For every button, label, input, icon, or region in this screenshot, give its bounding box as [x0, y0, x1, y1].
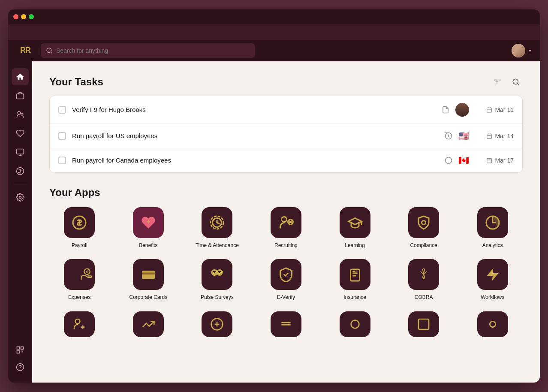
svg-rect-12 — [21, 347, 24, 350]
apps-grid-row3 — [49, 311, 523, 337]
sidebar-item-settings[interactable] — [12, 189, 29, 206]
workflows-label: Workflows — [481, 294, 504, 301]
apps-grid-row2: $ Expenses Corporate Cards — [49, 259, 523, 301]
app-card-time-attendance[interactable]: Time & Attendance — [187, 207, 247, 249]
content-area: Your Tasks Verify I-9 for Hugo — [8, 61, 540, 383]
app-card-payroll[interactable]: Payroll — [49, 207, 110, 249]
app-card-more-1[interactable] — [49, 311, 110, 337]
recruiting-icon — [271, 207, 301, 238]
sidebar-item-monitor[interactable] — [12, 144, 29, 161]
more-app-icon-7 — [477, 311, 508, 337]
sidebar-item-briefcase[interactable] — [12, 87, 29, 104]
payroll-icon — [64, 207, 95, 238]
compliance-label: Compliance — [410, 242, 437, 249]
app-card-cobra[interactable]: COBRA — [394, 259, 454, 301]
sidebar-item-dollar[interactable] — [12, 163, 29, 180]
header-right: ▾ — [512, 44, 531, 57]
benefits-icon: + — [133, 207, 164, 238]
task-date-3: Mar 17 — [475, 157, 514, 164]
app-card-more-5[interactable] — [325, 311, 385, 337]
svg-rect-5 — [17, 149, 24, 154]
more-app-icon-6 — [408, 311, 439, 337]
task-date-2: Mar 14 — [475, 133, 514, 139]
user-avatar[interactable] — [512, 44, 525, 57]
canada-flag-icon: 🇨🇦 — [458, 155, 469, 166]
app-card-more-4[interactable] — [256, 311, 316, 337]
app-card-compliance[interactable]: Compliance — [394, 207, 454, 249]
svg-rect-11 — [17, 347, 20, 350]
tasks-actions — [490, 75, 523, 89]
app-card-corporate-cards[interactable]: Corporate Cards — [118, 259, 179, 301]
task-name-3: Run payroll for Canada employees — [72, 157, 439, 164]
sidebar-item-help[interactable] — [12, 359, 29, 376]
sidebar-item-apps[interactable] — [12, 341, 29, 359]
filter-button[interactable] — [490, 75, 504, 89]
sidebar-item-heart[interactable] — [12, 125, 29, 142]
learning-icon — [340, 207, 370, 238]
task-name-2: Run payroll for US employees — [72, 132, 439, 139]
task-checkbox-3[interactable] — [58, 157, 66, 164]
svg-point-42 — [281, 217, 286, 222]
sidebar-item-people[interactable] — [12, 106, 29, 123]
compliance-icon — [408, 207, 439, 238]
app-card-pulse-surveys[interactable]: Pulse Surveys — [187, 259, 247, 301]
app-card-expenses[interactable]: $ Expenses — [49, 259, 110, 301]
svg-point-32 — [446, 157, 452, 163]
task-checkbox-1[interactable] — [58, 106, 66, 114]
task-date-1: Mar 11 — [475, 106, 514, 113]
app-card-more-2[interactable] — [118, 311, 179, 337]
app-card-more-3[interactable] — [187, 311, 247, 337]
app-card-learning[interactable]: Learning — [325, 207, 385, 249]
dollar-circle-icon-2 — [445, 157, 452, 164]
maximize-dot[interactable] — [29, 14, 34, 19]
app-card-analytics[interactable]: Analytics — [462, 207, 523, 249]
app-card-benefits[interactable]: + Benefits — [118, 207, 179, 249]
time-attendance-label: Time & Attendance — [196, 242, 239, 249]
everify-icon — [271, 259, 301, 290]
app-card-workflows[interactable]: Workflows — [462, 259, 523, 301]
close-dot[interactable] — [13, 14, 18, 19]
sidebar-divider — [13, 184, 27, 184]
corporate-cards-icon — [133, 259, 164, 290]
minimize-dot[interactable] — [21, 14, 26, 19]
svg-rect-50 — [142, 271, 155, 279]
header-bar: RR ▾ — [8, 40, 540, 61]
cobra-icon — [408, 259, 439, 290]
calendar-icon — [486, 133, 492, 139]
svg-rect-65 — [419, 319, 429, 329]
logo: RR — [17, 46, 34, 55]
document-icon — [442, 106, 449, 114]
app-card-insurance[interactable]: Insurance — [325, 259, 385, 301]
app-card-more-6[interactable] — [394, 311, 454, 337]
pulse-surveys-label: Pulse Surveys — [201, 294, 234, 301]
search-bar[interactable] — [41, 43, 255, 58]
learning-label: Learning — [345, 242, 365, 249]
search-icon — [46, 47, 53, 54]
svg-rect-21 — [487, 108, 492, 112]
search-input[interactable] — [56, 47, 250, 54]
svg-point-3 — [18, 111, 21, 114]
svg-text:$: $ — [86, 270, 88, 274]
tasks-section-header: Your Tasks — [49, 75, 523, 89]
svg-point-56 — [75, 319, 80, 324]
insurance-label: Insurance — [343, 294, 366, 301]
recruiting-label: Recruiting — [274, 242, 298, 249]
svg-point-46 — [422, 220, 426, 224]
app-card-more-7[interactable] — [462, 311, 523, 337]
svg-line-1 — [51, 52, 52, 53]
sidebar-item-home[interactable] — [12, 68, 29, 85]
more-app-icon-2 — [133, 311, 164, 337]
chevron-down-icon[interactable]: ▾ — [529, 48, 531, 54]
analytics-icon — [477, 207, 508, 238]
benefits-label: Benefits — [139, 242, 157, 249]
insurance-icon — [340, 259, 370, 290]
analytics-label: Analytics — [482, 242, 503, 249]
svg-rect-2 — [17, 93, 24, 99]
app-card-everify[interactable]: E-Verify — [256, 259, 316, 301]
task-checkbox-2[interactable] — [58, 132, 66, 140]
apps-title: Your Apps — [49, 187, 523, 199]
tasks-title: Your Tasks — [49, 76, 490, 88]
app-card-recruiting[interactable]: Recruiting — [256, 207, 316, 249]
search-tasks-button[interactable] — [509, 75, 523, 89]
svg-text:+: + — [146, 218, 150, 225]
